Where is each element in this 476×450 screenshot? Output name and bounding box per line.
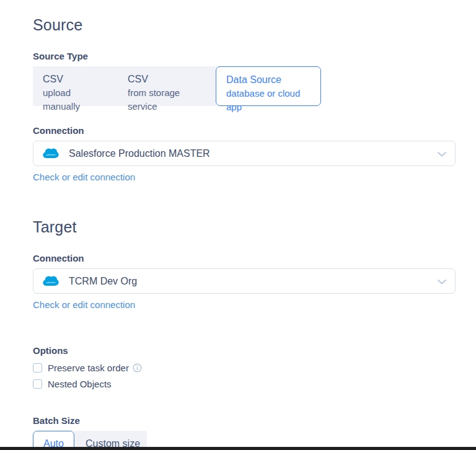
source-type-label: Source Type bbox=[33, 51, 456, 61]
form-content: Source Source Type CSV upload manually C… bbox=[0, 0, 476, 450]
source-type-segmented-control: CSV upload manually CSV from storage ser… bbox=[33, 66, 456, 106]
target-connection-select[interactable]: salesforce TCRM Dev Org bbox=[33, 268, 456, 294]
svg-text:salesforce: salesforce bbox=[46, 154, 55, 156]
batch-size-field: Batch Size Auto Custom size bbox=[33, 415, 456, 450]
target-connection-field: Connection salesforce TCRM Dev Org bbox=[33, 253, 456, 311]
source-connection-field: Connection salesforce Salesforce Product… bbox=[33, 125, 456, 183]
option-title: CSV bbox=[128, 72, 206, 86]
settings-page: Source Source Type CSV upload manually C… bbox=[0, 0, 476, 450]
checkbox-label: Nested Objects bbox=[48, 379, 112, 389]
preserve-task-order-row[interactable]: Preserve task order bbox=[33, 360, 456, 376]
spacer bbox=[33, 311, 456, 345]
option-subtitle: upload manually bbox=[43, 86, 108, 113]
spacer bbox=[33, 183, 456, 218]
salesforce-cloud-icon: salesforce bbox=[42, 275, 59, 287]
option-title: CSV bbox=[43, 72, 108, 86]
batch-size-label: Batch Size bbox=[33, 415, 456, 426]
target-connection-label: Connection bbox=[33, 253, 456, 263]
option-subtitle: from storage service bbox=[128, 86, 206, 113]
target-connection-value: TCRM Dev Org bbox=[69, 276, 137, 287]
nested-objects-checkbox[interactable] bbox=[33, 379, 42, 389]
source-check-edit-connection-link[interactable]: Check or edit connection bbox=[33, 172, 135, 182]
chevron-down-icon bbox=[438, 280, 446, 285]
salesforce-cloud-icon: salesforce bbox=[42, 148, 59, 159]
target-section-title: Target bbox=[33, 218, 456, 236]
source-type-option-csv-upload[interactable]: CSV upload manually bbox=[33, 66, 118, 106]
source-connection-select[interactable]: salesforce Salesforce Production MASTER bbox=[33, 141, 456, 166]
preserve-task-order-checkbox[interactable] bbox=[33, 363, 42, 373]
checkbox-label: Preserve task order bbox=[48, 363, 129, 373]
info-icon[interactable] bbox=[133, 363, 142, 373]
chevron-down-icon bbox=[438, 152, 446, 157]
option-subtitle: database or cloud app bbox=[226, 87, 311, 114]
source-section-title: Source bbox=[33, 16, 456, 34]
source-connection-label: Connection bbox=[33, 125, 456, 136]
nested-objects-row[interactable]: Nested Objects bbox=[33, 376, 456, 392]
svg-text:salesforce: salesforce bbox=[46, 281, 55, 284]
target-check-edit-connection-link[interactable]: Check or edit connection bbox=[33, 299, 135, 310]
options-label: Options bbox=[33, 345, 456, 356]
option-title: Data Source bbox=[226, 73, 311, 87]
window-bottom-edge bbox=[0, 447, 476, 450]
source-type-option-data-source[interactable]: Data Source database or cloud app bbox=[216, 66, 321, 106]
source-connection-value: Salesforce Production MASTER bbox=[69, 148, 210, 159]
source-type-option-csv-storage[interactable]: CSV from storage service bbox=[118, 66, 216, 106]
